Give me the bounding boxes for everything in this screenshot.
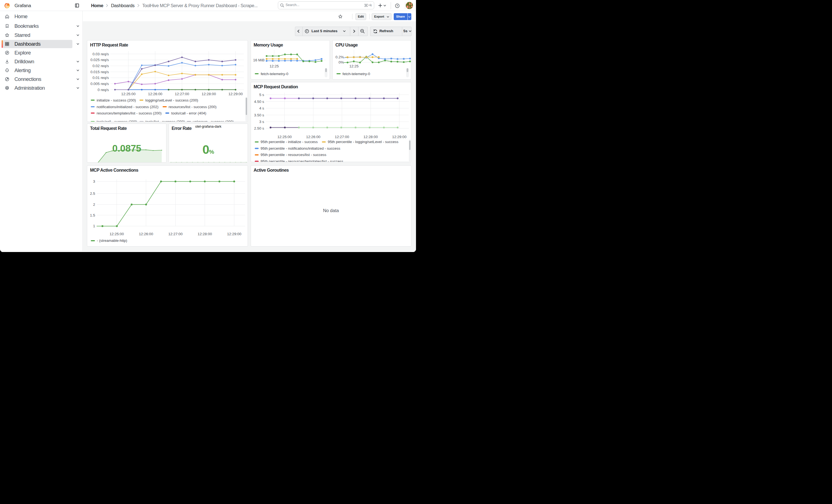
svg-text:1.5: 1.5	[90, 213, 95, 217]
svg-text:12:29:00: 12:29:00	[392, 135, 406, 139]
svg-text:0.015 req/s: 0.015 req/s	[90, 70, 109, 74]
svg-text:0 req/s: 0 req/s	[98, 87, 109, 91]
svg-text:12:26:00: 12:26:00	[306, 135, 320, 139]
svg-text:3: 3	[93, 179, 95, 184]
svg-text:0.025 req/s: 0.025 req/s	[90, 58, 109, 62]
svg-text:12:25:00: 12:25:00	[277, 135, 292, 139]
svg-text:12:26:00: 12:26:00	[139, 232, 153, 236]
svg-text:?: ?	[396, 4, 398, 7]
svg-text:3 s: 3 s	[259, 120, 264, 124]
svg-text:12:29:00: 12:29:00	[227, 232, 241, 236]
svg-text:12:28:00: 12:28:00	[198, 232, 212, 236]
svg-text:12:26:00: 12:26:00	[148, 92, 162, 96]
svg-text:0.02 req/s: 0.02 req/s	[93, 64, 109, 68]
svg-text:12:25: 12:25	[269, 64, 279, 68]
svg-text:5 s: 5 s	[259, 93, 264, 97]
svg-text:12:25: 12:25	[349, 64, 359, 68]
svg-text:0.03 req/s: 0.03 req/s	[93, 52, 109, 56]
svg-text:0.005 req/s: 0.005 req/s	[90, 82, 109, 86]
svg-text:4.50 s: 4.50 s	[254, 100, 264, 104]
svg-text:0.2%: 0.2%	[335, 55, 344, 59]
svg-text:2.5: 2.5	[90, 191, 95, 195]
svg-text:12:28:00: 12:28:00	[363, 135, 378, 139]
svg-text:12:27:00: 12:27:00	[175, 92, 189, 96]
svg-text:12:27:00: 12:27:00	[335, 135, 349, 139]
svg-text:3.50 s: 3.50 s	[254, 113, 264, 117]
svg-text:12:28:00: 12:28:00	[202, 92, 216, 96]
svg-text:4 s: 4 s	[259, 106, 264, 110]
svg-text:12:25:00: 12:25:00	[109, 232, 124, 236]
svg-text:2.50 s: 2.50 s	[254, 126, 264, 130]
svg-text:0%: 0%	[338, 60, 344, 64]
svg-text:12:29:00: 12:29:00	[228, 92, 243, 96]
svg-text:12:25:00: 12:25:00	[121, 92, 136, 96]
svg-text:2: 2	[93, 203, 95, 207]
svg-text:16 MiB: 16 MiB	[253, 58, 265, 62]
svg-text:0.01 req/s: 0.01 req/s	[93, 76, 109, 80]
svg-text:12:27:00: 12:27:00	[168, 232, 183, 236]
svg-text:1: 1	[93, 224, 95, 228]
